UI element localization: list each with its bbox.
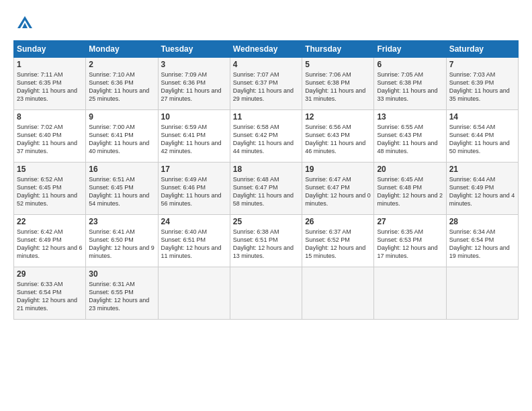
day-cell: 15Sunrise: 6:52 AM Sunset: 6:45 PM Dayli… [14,163,86,215]
day-info: Sunrise: 6:51 AM Sunset: 6:45 PM Dayligh… [89,175,154,208]
day-number: 26 [305,217,371,226]
day-cell: 25Sunrise: 6:38 AM Sunset: 6:51 PM Dayli… [230,215,302,267]
day-number: 21 [449,165,515,174]
day-number: 5 [305,60,371,69]
day-number: 30 [89,269,154,279]
day-number: 29 [17,269,83,279]
day-info: Sunrise: 6:44 AM Sunset: 6:49 PM Dayligh… [449,175,515,208]
day-info: Sunrise: 6:40 AM Sunset: 6:51 PM Dayligh… [161,228,227,261]
week-row-4: 22Sunrise: 6:42 AM Sunset: 6:49 PM Dayli… [14,215,519,267]
col-tuesday: Tuesday [158,41,230,58]
day-info: Sunrise: 6:56 AM Sunset: 6:43 PM Dayligh… [305,123,371,156]
col-monday: Monday [86,41,158,58]
day-number: 13 [377,112,443,122]
day-info: Sunrise: 6:45 AM Sunset: 6:48 PM Dayligh… [377,175,443,208]
day-cell: 29Sunrise: 6:33 AM Sunset: 6:54 PM Dayli… [14,267,86,320]
day-number: 14 [449,112,515,122]
day-info: Sunrise: 7:11 AM Sunset: 6:35 PM Dayligh… [17,71,83,103]
day-info: Sunrise: 6:42 AM Sunset: 6:49 PM Dayligh… [17,228,83,261]
page: Sunday Monday Tuesday Wednesday Thursday… [0,0,532,411]
day-cell: 24Sunrise: 6:40 AM Sunset: 6:51 PM Dayli… [158,215,230,267]
col-saturday: Saturday [446,41,518,58]
day-number: 27 [377,217,443,226]
day-info: Sunrise: 7:06 AM Sunset: 6:38 PM Dayligh… [305,71,371,103]
header-row: Sunday Monday Tuesday Wednesday Thursday… [14,41,519,58]
day-cell: 30Sunrise: 6:31 AM Sunset: 6:55 PM Dayli… [86,267,158,320]
day-info: Sunrise: 7:05 AM Sunset: 6:38 PM Dayligh… [377,71,443,103]
day-cell: 27Sunrise: 6:35 AM Sunset: 6:53 PM Dayli… [374,215,446,267]
day-number: 19 [305,165,371,174]
day-cell: 11Sunrise: 6:58 AM Sunset: 6:42 PM Dayli… [230,110,302,163]
day-number: 22 [17,217,83,226]
day-number: 11 [233,112,299,122]
day-info: Sunrise: 6:35 AM Sunset: 6:53 PM Dayligh… [377,228,443,261]
day-info: Sunrise: 6:31 AM Sunset: 6:55 PM Dayligh… [89,280,154,313]
week-row-3: 15Sunrise: 6:52 AM Sunset: 6:45 PM Dayli… [14,163,519,215]
col-friday: Friday [374,41,446,58]
week-row-1: 1Sunrise: 7:11 AM Sunset: 6:35 PM Daylig… [14,58,519,110]
week-row-5: 29Sunrise: 6:33 AM Sunset: 6:54 PM Dayli… [14,267,519,320]
day-cell: 19Sunrise: 6:47 AM Sunset: 6:47 PM Dayli… [302,163,374,215]
day-info: Sunrise: 6:33 AM Sunset: 6:54 PM Dayligh… [17,280,83,313]
day-number: 24 [161,217,227,226]
day-info: Sunrise: 7:10 AM Sunset: 6:36 PM Dayligh… [89,71,154,103]
day-cell: 16Sunrise: 6:51 AM Sunset: 6:45 PM Dayli… [86,163,158,215]
day-cell: 10Sunrise: 6:59 AM Sunset: 6:41 PM Dayli… [158,110,230,163]
day-cell: 3Sunrise: 7:09 AM Sunset: 6:36 PM Daylig… [158,58,230,110]
day-cell: 18Sunrise: 6:48 AM Sunset: 6:47 PM Dayli… [230,163,302,215]
day-cell: 13Sunrise: 6:55 AM Sunset: 6:43 PM Dayli… [374,110,446,163]
day-number: 2 [89,60,154,69]
day-cell: 4Sunrise: 7:07 AM Sunset: 6:37 PM Daylig… [230,58,302,110]
day-info: Sunrise: 7:09 AM Sunset: 6:36 PM Dayligh… [161,71,227,103]
col-sunday: Sunday [14,41,86,58]
day-number: 17 [161,165,227,174]
day-info: Sunrise: 6:38 AM Sunset: 6:51 PM Dayligh… [233,228,299,261]
day-info: Sunrise: 7:02 AM Sunset: 6:40 PM Dayligh… [17,123,83,156]
day-number: 6 [377,60,443,69]
day-number: 15 [17,165,83,174]
day-cell: 2Sunrise: 7:10 AM Sunset: 6:36 PM Daylig… [86,58,158,110]
day-number: 7 [449,60,515,69]
day-cell [302,267,374,320]
header [13,11,519,35]
logo-icon [16,15,34,32]
day-info: Sunrise: 6:37 AM Sunset: 6:52 PM Dayligh… [305,228,371,261]
week-row-2: 8Sunrise: 7:02 AM Sunset: 6:40 PM Daylig… [14,110,519,163]
day-number: 28 [449,217,515,226]
day-number: 4 [233,60,299,69]
day-info: Sunrise: 7:07 AM Sunset: 6:37 PM Dayligh… [233,71,299,103]
day-cell: 6Sunrise: 7:05 AM Sunset: 6:38 PM Daylig… [374,58,446,110]
day-number: 16 [89,165,154,174]
day-info: Sunrise: 6:59 AM Sunset: 6:41 PM Dayligh… [161,123,227,156]
day-cell: 26Sunrise: 6:37 AM Sunset: 6:52 PM Dayli… [302,215,374,267]
day-info: Sunrise: 7:00 AM Sunset: 6:41 PM Dayligh… [89,123,154,156]
day-number: 20 [377,165,443,174]
day-cell: 22Sunrise: 6:42 AM Sunset: 6:49 PM Dayli… [14,215,86,267]
day-cell: 1Sunrise: 7:11 AM Sunset: 6:35 PM Daylig… [14,58,86,110]
day-number: 9 [89,112,154,122]
day-number: 8 [17,112,83,122]
col-wednesday: Wednesday [230,41,302,58]
day-number: 3 [161,60,227,69]
day-info: Sunrise: 6:48 AM Sunset: 6:47 PM Dayligh… [233,175,299,208]
day-cell: 8Sunrise: 7:02 AM Sunset: 6:40 PM Daylig… [14,110,86,163]
day-number: 18 [233,165,299,174]
day-number: 1 [17,60,83,69]
day-cell: 21Sunrise: 6:44 AM Sunset: 6:49 PM Dayli… [446,163,518,215]
day-info: Sunrise: 6:49 AM Sunset: 6:46 PM Dayligh… [161,175,227,208]
day-cell: 7Sunrise: 7:03 AM Sunset: 6:39 PM Daylig… [446,58,518,110]
day-cell [374,267,446,320]
day-number: 10 [161,112,227,122]
day-info: Sunrise: 6:34 AM Sunset: 6:54 PM Dayligh… [449,228,515,261]
day-cell: 20Sunrise: 6:45 AM Sunset: 6:48 PM Dayli… [374,163,446,215]
day-info: Sunrise: 6:52 AM Sunset: 6:45 PM Dayligh… [17,175,83,208]
day-cell: 23Sunrise: 6:41 AM Sunset: 6:50 PM Dayli… [86,215,158,267]
day-cell [230,267,302,320]
day-info: Sunrise: 6:41 AM Sunset: 6:50 PM Dayligh… [89,228,154,261]
calendar-table: Sunday Monday Tuesday Wednesday Thursday… [13,40,519,320]
day-cell [446,267,518,320]
day-cell: 28Sunrise: 6:34 AM Sunset: 6:54 PM Dayli… [446,215,518,267]
day-cell: 17Sunrise: 6:49 AM Sunset: 6:46 PM Dayli… [158,163,230,215]
day-cell: 12Sunrise: 6:56 AM Sunset: 6:43 PM Dayli… [302,110,374,163]
day-cell: 14Sunrise: 6:54 AM Sunset: 6:44 PM Dayli… [446,110,518,163]
